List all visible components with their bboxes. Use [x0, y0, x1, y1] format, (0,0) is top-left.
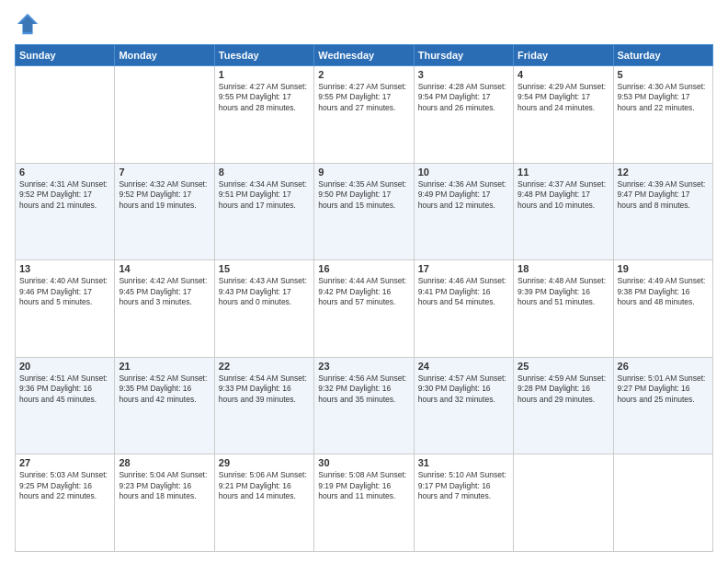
calendar-day-header: Tuesday: [214, 45, 313, 66]
cell-content: Sunrise: 4:27 AM Sunset: 9:55 PM Dayligh…: [219, 82, 310, 113]
day-number: 30: [318, 457, 409, 468]
cell-content: Sunrise: 4:42 AM Sunset: 9:45 PM Dayligh…: [119, 276, 210, 307]
day-number: 19: [618, 263, 709, 274]
calendar-week-row: 1Sunrise: 4:27 AM Sunset: 9:55 PM Daylig…: [16, 66, 713, 164]
day-number: 25: [518, 361, 609, 372]
day-number: 31: [418, 457, 509, 468]
day-number: 20: [19, 361, 110, 372]
cell-content: Sunrise: 5:04 AM Sunset: 9:23 PM Dayligh…: [119, 470, 210, 501]
logo: [15, 11, 44, 37]
calendar-cell: 11Sunrise: 4:37 AM Sunset: 9:48 PM Dayli…: [514, 163, 613, 260]
calendar-day-header: Thursday: [414, 45, 513, 66]
cell-content: Sunrise: 4:44 AM Sunset: 9:42 PM Dayligh…: [318, 276, 409, 307]
calendar-cell: 17Sunrise: 4:46 AM Sunset: 9:41 PM Dayli…: [414, 260, 513, 358]
calendar-cell: 20Sunrise: 4:51 AM Sunset: 9:36 PM Dayli…: [16, 357, 115, 454]
cell-content: Sunrise: 4:59 AM Sunset: 9:28 PM Dayligh…: [518, 373, 609, 405]
cell-content: Sunrise: 4:39 AM Sunset: 9:47 PM Dayligh…: [618, 179, 709, 211]
cell-content: Sunrise: 4:32 AM Sunset: 9:52 PM Dayligh…: [119, 179, 210, 211]
day-number: 6: [19, 167, 110, 178]
calendar-cell: 13Sunrise: 4:40 AM Sunset: 9:46 PM Dayli…: [16, 260, 115, 358]
calendar-cell: [115, 66, 214, 164]
calendar-cell: 12Sunrise: 4:39 AM Sunset: 9:47 PM Dayli…: [613, 163, 712, 260]
day-number: 27: [19, 457, 110, 468]
calendar-week-row: 27Sunrise: 5:03 AM Sunset: 9:25 PM Dayli…: [16, 454, 713, 552]
calendar-cell: 25Sunrise: 4:59 AM Sunset: 9:28 PM Dayli…: [514, 357, 613, 454]
calendar-cell: 28Sunrise: 5:04 AM Sunset: 9:23 PM Dayli…: [115, 454, 214, 552]
cell-content: Sunrise: 5:06 AM Sunset: 9:21 PM Dayligh…: [219, 470, 310, 501]
calendar-day-header: Sunday: [16, 45, 115, 66]
cell-content: Sunrise: 4:36 AM Sunset: 9:49 PM Dayligh…: [418, 179, 509, 211]
day-number: 29: [219, 457, 310, 468]
cell-content: Sunrise: 5:08 AM Sunset: 9:19 PM Dayligh…: [318, 470, 409, 501]
calendar-day-header: Monday: [115, 45, 214, 66]
cell-content: Sunrise: 4:54 AM Sunset: 9:33 PM Dayligh…: [219, 373, 310, 405]
day-number: 11: [518, 167, 609, 178]
cell-content: Sunrise: 4:43 AM Sunset: 9:43 PM Dayligh…: [219, 276, 310, 307]
calendar-cell: 22Sunrise: 4:54 AM Sunset: 9:33 PM Dayli…: [214, 357, 313, 454]
calendar-cell: 24Sunrise: 4:57 AM Sunset: 9:30 PM Dayli…: [414, 357, 513, 454]
calendar-day-header: Saturday: [613, 45, 712, 66]
calendar-cell: [613, 454, 712, 552]
cell-content: Sunrise: 4:34 AM Sunset: 9:51 PM Dayligh…: [219, 179, 310, 211]
cell-content: Sunrise: 4:40 AM Sunset: 9:46 PM Dayligh…: [19, 276, 110, 307]
day-number: 10: [418, 167, 509, 178]
calendar-cell: 21Sunrise: 4:52 AM Sunset: 9:35 PM Dayli…: [115, 357, 214, 454]
calendar-table: SundayMondayTuesdayWednesdayThursdayFrid…: [15, 44, 713, 552]
day-number: 5: [618, 69, 709, 80]
calendar-day-header: Wednesday: [314, 45, 414, 66]
calendar-cell: 8Sunrise: 4:34 AM Sunset: 9:51 PM Daylig…: [214, 163, 313, 260]
cell-content: Sunrise: 5:01 AM Sunset: 9:27 PM Dayligh…: [618, 373, 709, 405]
cell-content: Sunrise: 4:29 AM Sunset: 9:54 PM Dayligh…: [518, 82, 609, 113]
svg-marker-1: [19, 17, 36, 32]
day-number: 9: [318, 167, 409, 178]
calendar-cell: 7Sunrise: 4:32 AM Sunset: 9:52 PM Daylig…: [115, 163, 214, 260]
calendar-cell: 30Sunrise: 5:08 AM Sunset: 9:19 PM Dayli…: [314, 454, 414, 552]
day-number: 21: [119, 361, 210, 372]
header: [15, 11, 713, 37]
day-number: 15: [219, 263, 310, 274]
day-number: 18: [518, 263, 609, 274]
day-number: 16: [318, 263, 409, 274]
cell-content: Sunrise: 4:28 AM Sunset: 9:54 PM Dayligh…: [418, 82, 509, 113]
calendar-week-row: 20Sunrise: 4:51 AM Sunset: 9:36 PM Dayli…: [16, 357, 713, 454]
calendar-cell: [514, 454, 613, 552]
calendar-cell: 18Sunrise: 4:48 AM Sunset: 9:39 PM Dayli…: [514, 260, 613, 358]
calendar-header-row: SundayMondayTuesdayWednesdayThursdayFrid…: [16, 45, 713, 66]
cell-content: Sunrise: 4:48 AM Sunset: 9:39 PM Dayligh…: [518, 276, 609, 307]
day-number: 17: [418, 263, 509, 274]
calendar-cell: 29Sunrise: 5:06 AM Sunset: 9:21 PM Dayli…: [214, 454, 313, 552]
day-number: 12: [618, 167, 709, 178]
calendar-cell: 26Sunrise: 5:01 AM Sunset: 9:27 PM Dayli…: [613, 357, 712, 454]
cell-content: Sunrise: 4:57 AM Sunset: 9:30 PM Dayligh…: [418, 373, 509, 405]
calendar-cell: 16Sunrise: 4:44 AM Sunset: 9:42 PM Dayli…: [314, 260, 414, 358]
cell-content: Sunrise: 4:46 AM Sunset: 9:41 PM Dayligh…: [418, 276, 509, 307]
day-number: 14: [119, 263, 210, 274]
cell-content: Sunrise: 4:30 AM Sunset: 9:53 PM Dayligh…: [618, 82, 709, 113]
calendar-cell: 2Sunrise: 4:27 AM Sunset: 9:55 PM Daylig…: [314, 66, 414, 164]
cell-content: Sunrise: 4:31 AM Sunset: 9:52 PM Dayligh…: [19, 179, 110, 211]
day-number: 4: [518, 69, 609, 80]
day-number: 28: [119, 457, 210, 468]
calendar-cell: 23Sunrise: 4:56 AM Sunset: 9:32 PM Dayli…: [314, 357, 414, 454]
calendar-cell: 6Sunrise: 4:31 AM Sunset: 9:52 PM Daylig…: [16, 163, 115, 260]
calendar-cell: 14Sunrise: 4:42 AM Sunset: 9:45 PM Dayli…: [115, 260, 214, 358]
cell-content: Sunrise: 5:03 AM Sunset: 9:25 PM Dayligh…: [19, 470, 110, 501]
calendar-cell: 9Sunrise: 4:35 AM Sunset: 9:50 PM Daylig…: [314, 163, 414, 260]
calendar-cell: 4Sunrise: 4:29 AM Sunset: 9:54 PM Daylig…: [514, 66, 613, 164]
day-number: 23: [318, 361, 409, 372]
day-number: 2: [318, 69, 409, 80]
calendar-cell: 15Sunrise: 4:43 AM Sunset: 9:43 PM Dayli…: [214, 260, 313, 358]
calendar-cell: [16, 66, 115, 164]
day-number: 26: [618, 361, 709, 372]
day-number: 7: [119, 167, 210, 178]
day-number: 8: [219, 167, 310, 178]
calendar-cell: 27Sunrise: 5:03 AM Sunset: 9:25 PM Dayli…: [16, 454, 115, 552]
day-number: 22: [219, 361, 310, 372]
calendar-cell: 1Sunrise: 4:27 AM Sunset: 9:55 PM Daylig…: [214, 66, 313, 164]
cell-content: Sunrise: 4:56 AM Sunset: 9:32 PM Dayligh…: [318, 373, 409, 405]
logo-icon: [15, 11, 40, 37]
calendar-day-header: Friday: [514, 45, 613, 66]
cell-content: Sunrise: 4:27 AM Sunset: 9:55 PM Dayligh…: [318, 82, 409, 113]
calendar-cell: 31Sunrise: 5:10 AM Sunset: 9:17 PM Dayli…: [414, 454, 513, 552]
day-number: 24: [418, 361, 509, 372]
